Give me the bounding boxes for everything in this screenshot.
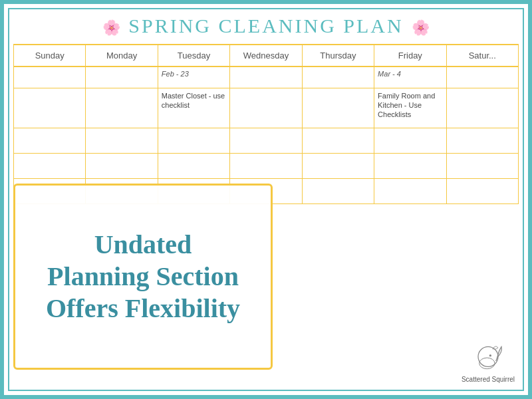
flower-left-icon: 🌸 bbox=[102, 19, 120, 36]
squirrel-icon bbox=[471, 341, 505, 374]
calendar-table: Sunday Monday Tuesday Wednesday Thursday… bbox=[13, 44, 519, 204]
overlay-line3: Offers Flexibility bbox=[46, 293, 240, 325]
col-thursday: Thursday bbox=[302, 45, 374, 66]
cell-sun-date bbox=[14, 66, 86, 88]
header-row: Sunday Monday Tuesday Wednesday Thursday… bbox=[14, 45, 519, 66]
cell-sun-task bbox=[14, 88, 86, 128]
cell-thu-task bbox=[302, 88, 374, 128]
tue-task-label: Master Closet - use checklist bbox=[162, 92, 225, 109]
svg-point-2 bbox=[479, 358, 495, 369]
cell-fri-task: Family Room and Kitchen - Use Checklists bbox=[374, 88, 446, 128]
page-container: 🌸 Spring Cleaning Plan 🌸 Sunday Monday T… bbox=[0, 0, 532, 399]
table-row bbox=[14, 128, 519, 153]
cell-sat-task bbox=[446, 88, 518, 128]
page-title: Spring Cleaning Plan bbox=[128, 15, 403, 37]
cell-wed-task bbox=[230, 88, 302, 128]
cell-wed-date bbox=[230, 66, 302, 88]
flower-right-icon: 🌸 bbox=[412, 19, 430, 36]
svg-point-1 bbox=[489, 354, 491, 356]
table-row: Master Closet - use checklist Family Roo… bbox=[14, 88, 519, 128]
cell-mon-task bbox=[86, 88, 158, 128]
svg-point-0 bbox=[478, 346, 498, 366]
logo-name: Scattered Squirrel bbox=[462, 376, 515, 383]
overlay-line1: Undated bbox=[46, 229, 240, 261]
cell-thu-date bbox=[302, 66, 374, 88]
cell-tue-date: Feb - 23 bbox=[158, 66, 229, 88]
cell-tue-task: Master Closet - use checklist bbox=[158, 88, 229, 128]
col-monday: Monday bbox=[86, 45, 158, 66]
cell-fri-date: Mar - 4 bbox=[374, 66, 446, 88]
fri-date-label: Mar - 4 bbox=[378, 70, 401, 78]
col-sunday: Sunday bbox=[14, 45, 86, 66]
table-row bbox=[14, 153, 519, 178]
overlay-box: Undated Planning Section Offers Flexibil… bbox=[13, 184, 273, 370]
cell-mon-date bbox=[86, 66, 158, 88]
title-area: 🌸 Spring Cleaning Plan 🌸 bbox=[4, 4, 528, 44]
table-row: Feb - 23 Mar - 4 bbox=[14, 66, 519, 88]
overlay-line2: Planning Section bbox=[46, 261, 240, 293]
overlay-text: Undated Planning Section Offers Flexibil… bbox=[46, 229, 240, 325]
col-saturday: Satur... bbox=[446, 45, 518, 66]
col-wednesday: Wednesday bbox=[230, 45, 302, 66]
fri-task-label: Family Room and Kitchen - Use Checklists bbox=[378, 92, 435, 119]
cell-sat-date bbox=[446, 66, 518, 88]
logo-area: Scattered Squirrel bbox=[462, 341, 515, 383]
calendar-wrapper: Sunday Monday Tuesday Wednesday Thursday… bbox=[4, 44, 528, 204]
col-tuesday: Tuesday bbox=[158, 45, 229, 66]
col-friday: Friday bbox=[374, 45, 446, 66]
tue-date-label: Feb - 23 bbox=[162, 70, 189, 78]
